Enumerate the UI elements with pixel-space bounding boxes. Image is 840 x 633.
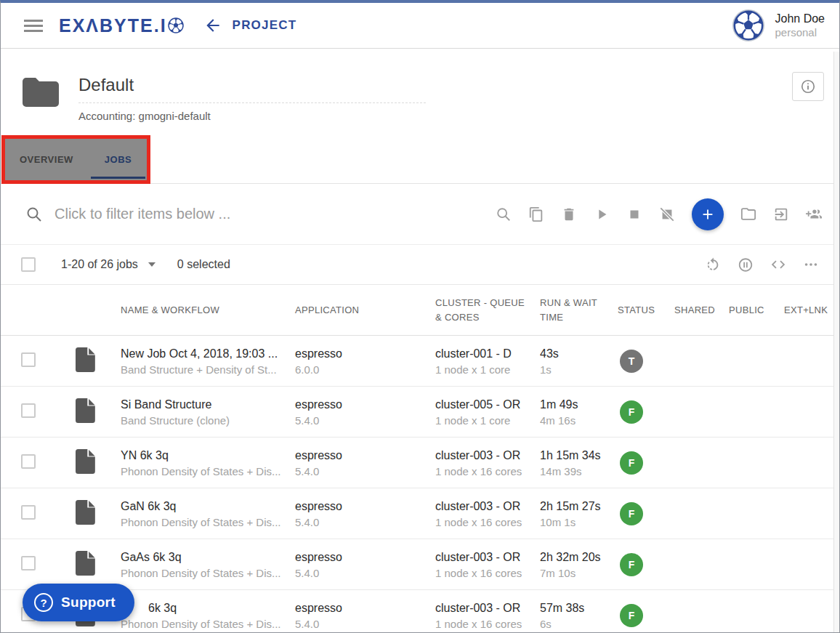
selected-count: 0 selected [177,258,230,271]
row-checkbox[interactable] [21,403,36,418]
info-button[interactable] [792,72,824,101]
row-checkbox[interactable] [21,556,36,570]
back-arrow-icon[interactable] [203,16,222,35]
search-button[interactable] [496,206,512,222]
select-all-checkbox[interactable] [21,257,36,272]
pause-icon [738,257,754,273]
table-row[interactable]: GaN 6k 3q Phonon Density of States + Dis… [1,488,839,539]
job-name[interactable]: 6k 3q [121,600,295,616]
job-name[interactable]: Si Band Structure [121,396,295,413]
tab-jobs[interactable]: JOBS [91,139,145,180]
job-workflow: Phonon Density of States + Dis... [121,515,295,530]
job-name[interactable]: New Job Oct 4, 2018, 19:03 ... [121,345,295,362]
job-run-time: 43s [540,345,618,362]
job-run-time: 1h 15m 34s [540,447,618,464]
refresh-icon [705,257,721,273]
logo-ball-icon [167,17,185,34]
job-cores: 1 node x 16 cores [435,565,540,581]
status-badge: F [620,553,643,576]
job-wait-time: 4m 16s [540,413,618,428]
more-button[interactable] [803,257,819,273]
job-name[interactable]: GaN 6k 3q [121,498,295,515]
job-app-version: 6.0.0 [295,362,435,377]
delete-icon [561,206,577,222]
user-menu[interactable]: John Doe personal [732,9,825,42]
scrollbar[interactable] [833,52,839,632]
add-people-icon [806,206,822,223]
job-app-version: 5.4.0 [295,565,435,581]
move-to-icon [773,206,789,222]
cancel-button[interactable] [659,206,675,222]
avatar-ball-icon [732,9,765,42]
refresh-button[interactable] [705,257,721,273]
brand-logo[interactable]: EXΛBYTE.I [59,15,185,36]
job-wait-time: 6s [540,616,618,632]
job-application: espresso [295,549,435,565]
info-icon [800,78,816,94]
status-badge: F [620,502,643,525]
copy-icon [528,206,544,222]
move-jobs-button[interactable] [773,206,789,222]
share-button[interactable] [806,206,822,222]
pause-button[interactable] [738,257,754,273]
job-run-time: 2h 32m 20s [540,549,618,565]
delete-button[interactable] [561,206,577,222]
job-cluster-queue: cluster-001 - D [435,345,540,362]
project-title: Default [78,75,426,103]
breadcrumb-section[interactable]: PROJECT [233,18,297,33]
file-icon [76,449,96,474]
tab-bar: OVERVIEW JOBS [1,135,839,184]
row-checkbox[interactable] [21,454,36,469]
file-icon [76,500,96,525]
job-name[interactable]: GaAs 6k 3q [121,549,295,565]
filter-input[interactable] [53,205,496,223]
add-job-button[interactable] [692,198,724,230]
stop-button[interactable] [626,206,642,222]
duplicate-button[interactable] [528,206,544,222]
folder-icon [740,206,756,222]
support-button[interactable]: ? Support [23,584,134,621]
col-status[interactable]: STATUS [618,303,674,318]
pagination-range[interactable]: 1-20 of 26 jobs [61,258,138,271]
table-row[interactable]: New Job Oct 4, 2018, 19:03 ... Band Stru… [1,336,839,387]
col-application[interactable]: APPLICATION [295,303,435,318]
code-view-button[interactable] [770,257,786,273]
support-label: Support [61,594,116,610]
job-cores: 1 node x 16 cores [435,616,540,632]
stop-icon [626,206,642,222]
job-wait-time: 7m 10s [540,565,618,581]
col-name-workflow[interactable]: NAME & WORKFLOW [121,303,295,318]
user-plan: personal [775,26,825,39]
row-checkbox[interactable] [21,505,36,520]
tab-overview[interactable]: OVERVIEW [5,139,88,180]
col-cluster[interactable]: CLUSTER - QUEUE & CORES [435,296,540,325]
cancel-icon [659,206,675,222]
question-icon: ? [34,593,53,612]
col-extlnk[interactable]: EXT+LNK [784,303,839,318]
user-name: John Doe [775,12,825,26]
col-run-wait[interactable]: RUN & WAIT TIME [540,296,618,325]
job-application: espresso [295,600,435,616]
job-name[interactable]: YN 6k 3q [121,447,295,464]
chevron-down-icon[interactable] [148,262,156,267]
job-cores: 1 node x 16 cores [435,515,540,530]
col-public[interactable]: PUBLIC [729,303,784,318]
menu-icon[interactable] [24,20,43,32]
job-cores: 1 node x 1 core [435,413,540,428]
col-shared[interactable]: SHARED [674,303,729,318]
job-cluster-queue: cluster-003 - OR [435,498,540,515]
brand-text: EXΛBYTE.I [59,15,167,36]
search-icon [496,206,512,222]
table-row[interactable]: YN 6k 3q Phonon Density of States + Dis.… [1,438,839,488]
move-to-folder-button[interactable] [740,206,756,222]
status-badge: F [620,604,643,627]
job-app-version: 5.4.0 [295,515,435,530]
job-wait-time: 1s [540,362,618,377]
table-row[interactable]: Si Band Structure Band Structure (clone)… [1,387,839,438]
job-workflow: Band Structure + Density of St... [121,362,295,377]
table-row[interactable]: GaAs 6k 3q Phonon Density of States + Di… [1,539,839,590]
run-button[interactable] [594,206,610,222]
file-icon [76,551,96,576]
row-checkbox[interactable] [21,352,36,367]
project-header: Default Accounting: gmogni-default [1,49,839,135]
